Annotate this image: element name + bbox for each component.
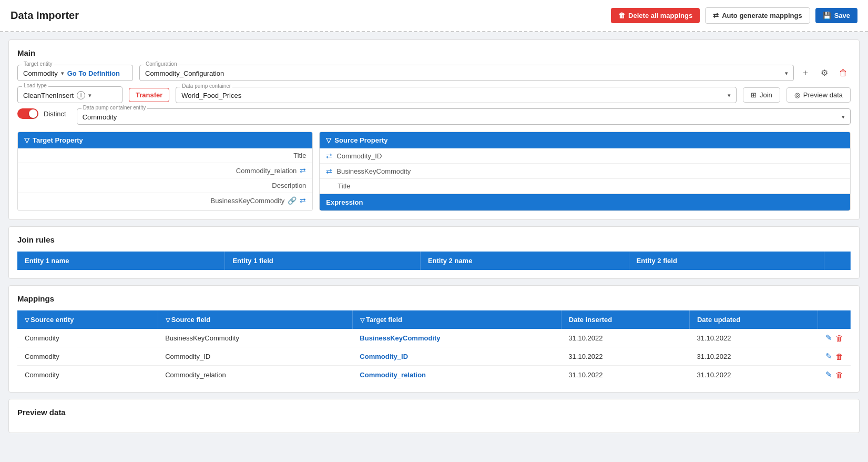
- mapping-date-updated: 31.10.2022: [689, 347, 818, 366]
- distinct-label: Distinct: [44, 110, 66, 118]
- main-content: Main Target entity Commodity ▾ Go To Def…: [0, 32, 868, 440]
- edit-mapping-button[interactable]: ✎: [825, 351, 832, 361]
- target-entity-value: Commodity ▾ Go To Definition: [23, 67, 127, 77]
- datapump-entity-value: Commodity ▾: [83, 111, 845, 121]
- delete-all-button[interactable]: 🗑 Delete all mappings: [611, 8, 700, 23]
- main-row2: Load type CleanThenInsert i ▾ Transfer D…: [17, 86, 851, 103]
- datapump-dropdown-icon[interactable]: ▾: [728, 92, 731, 99]
- datapump-container-field: Data pump container World_Food_Prices ▾: [176, 87, 737, 103]
- join-col-entity1name: Entity 1 name: [17, 252, 225, 270]
- mappings-col-source-field: ▽ Source field: [158, 310, 352, 329]
- mappings-title: Mappings: [17, 294, 851, 303]
- target-property-table: ▽ Target Property Title Commodity_relati…: [17, 132, 313, 211]
- datapump-entity-field: Data pump container entity Commodity ▾: [77, 108, 851, 125]
- trash-icon: 🗑: [618, 12, 625, 19]
- config-label: Configuration: [144, 61, 178, 67]
- mapping-date-updated: 31.10.2022: [689, 366, 818, 384]
- source-prop-row-businesskey: ⇄ BusinessKeyCommodity: [320, 164, 850, 179]
- load-type-info-icon[interactable]: i: [77, 91, 85, 99]
- mappings-col-date-inserted: Date inserted: [561, 310, 689, 329]
- add-config-button[interactable]: ＋: [798, 66, 813, 81]
- main-section-title: Main: [17, 48, 851, 57]
- mapping-date-updated: 31.10.2022: [689, 329, 818, 347]
- mappings-col-actions: [818, 310, 851, 329]
- save-button[interactable]: 💾 Save: [815, 8, 857, 23]
- main-section: Main Target entity Commodity ▾ Go To Def…: [8, 39, 860, 220]
- mappings-col-target-field: ▽ Target field: [352, 310, 561, 329]
- delete-mapping-button[interactable]: 🗑: [835, 370, 843, 379]
- target-property-header: ▽ Target Property: [18, 132, 312, 148]
- target-entity-field: Target entity Commodity ▾ Go To Definiti…: [17, 65, 133, 81]
- swap-left-icon-2: ⇄: [326, 167, 332, 175]
- auto-icon: ⇄: [713, 12, 719, 19]
- source-filter-icon: ▽: [326, 136, 331, 144]
- main-row1: Target entity Commodity ▾ Go To Definiti…: [17, 65, 851, 81]
- source-property-table: ▽ Source Property ⇄ Commodity_ID ⇄ Busin…: [319, 132, 851, 211]
- mapping-actions: ✎ 🗑: [818, 366, 851, 384]
- load-type-dropdown-icon[interactable]: ▾: [88, 92, 91, 99]
- app-header: Data Importer 🗑 Delete all mappings ⇄ Au…: [0, 0, 868, 32]
- preview-icon: ◎: [794, 91, 800, 99]
- mapping-source-entity: Commodity: [17, 329, 158, 347]
- property-tables-row: ▽ Target Property Title Commodity_relati…: [17, 132, 851, 211]
- join-icon: ⊞: [751, 91, 757, 99]
- preview-data-button[interactable]: ◎ Preview data: [787, 87, 851, 103]
- load-type-label: Load type: [22, 83, 48, 88]
- edit-mapping-button[interactable]: ✎: [825, 370, 832, 379]
- datapump-entity-label: Data pump container entity: [81, 105, 148, 111]
- link-icon[interactable]: 🔗: [288, 196, 297, 205]
- join-col-entity2field: Entity 2 field: [629, 252, 824, 270]
- delete-mapping-button[interactable]: 🗑: [835, 352, 843, 361]
- mapping-actions: ✎ 🗑: [818, 347, 851, 366]
- mapping-source-entity: Commodity: [17, 347, 158, 366]
- config-settings-button[interactable]: ⚙: [817, 66, 832, 81]
- configuration-field: Configuration Commodity_Configuration ▾: [139, 65, 794, 81]
- join-rules-section: Join rules Entity 1 name Entity 1 field …: [8, 226, 860, 279]
- mapping-target-field: Commodity_relation: [352, 366, 561, 384]
- target-prop-row-commodity-relation: Commodity_relation ⇄: [18, 163, 312, 178]
- mapping-target-field: BusinessKeyCommodity: [352, 329, 561, 347]
- header-buttons: 🗑 Delete all mappings ⇄ Auto generate ma…: [611, 7, 857, 24]
- expression-bar: Expression: [320, 194, 850, 210]
- join-col-actions: [824, 252, 851, 270]
- table-row: Commodity Commodity_ID Commodity_ID 31.1…: [17, 347, 851, 366]
- config-delete-button[interactable]: 🗑: [836, 66, 851, 81]
- mapping-target-field: Commodity_ID: [352, 347, 561, 366]
- mapping-source-field: Commodity_relation: [158, 366, 352, 384]
- mapping-source-field: BusinessKeyCommodity: [158, 329, 352, 347]
- datapump-value: World_Food_Prices ▾: [181, 89, 731, 99]
- mapping-source-field: Commodity_ID: [158, 347, 352, 366]
- swap-icon-1[interactable]: ⇄: [300, 166, 306, 175]
- edit-mapping-button[interactable]: ✎: [825, 333, 832, 343]
- mappings-col-date-updated: Date updated: [689, 310, 818, 329]
- join-button[interactable]: ⊞ Join: [743, 87, 780, 103]
- app-title: Data Importer: [11, 9, 79, 22]
- mapping-source-entity: Commodity: [17, 366, 158, 384]
- load-type-value: CleanThenInsert i ▾: [23, 89, 117, 99]
- config-value: Commodity_Configuration ▾: [145, 67, 788, 77]
- filter-icon-source-field: ▽: [166, 317, 171, 323]
- mapping-date-inserted: 31.10.2022: [561, 366, 689, 384]
- mappings-table: ▽ Source entity ▽ Source field ▽ Target …: [17, 310, 851, 384]
- mappings-section: Mappings ▽ Source entity ▽ Source field …: [8, 285, 860, 393]
- transfer-button[interactable]: Transfer: [129, 88, 169, 102]
- config-dropdown-icon[interactable]: ▾: [785, 70, 788, 77]
- join-rules-table: Entity 1 name Entity 1 field Entity 2 na…: [17, 252, 851, 270]
- swap-icon-2[interactable]: ⇄: [300, 196, 306, 205]
- join-rules-title: Join rules: [17, 235, 851, 244]
- preview-section: Preview data: [8, 399, 860, 433]
- filter-icon-target-field: ▽: [360, 317, 366, 323]
- mapping-date-inserted: 31.10.2022: [561, 347, 689, 366]
- preview-title: Preview data: [17, 408, 851, 417]
- datapump-entity-dropdown-icon[interactable]: ▾: [842, 114, 845, 120]
- delete-mapping-button[interactable]: 🗑: [835, 334, 843, 343]
- source-prop-row-title: Title: [320, 179, 850, 194]
- source-property-header: ▽ Source Property: [320, 132, 850, 148]
- go-to-definition-button[interactable]: Go To Definition: [67, 69, 120, 77]
- target-entity-dropdown-icon[interactable]: ▾: [61, 70, 64, 77]
- join-col-entity1field: Entity 1 field: [225, 252, 420, 270]
- target-prop-row-description: Description: [18, 178, 312, 193]
- mappings-col-source-entity: ▽ Source entity: [17, 310, 158, 329]
- distinct-toggle[interactable]: [17, 108, 38, 119]
- auto-generate-button[interactable]: ⇄ Auto generate mappings: [705, 7, 810, 24]
